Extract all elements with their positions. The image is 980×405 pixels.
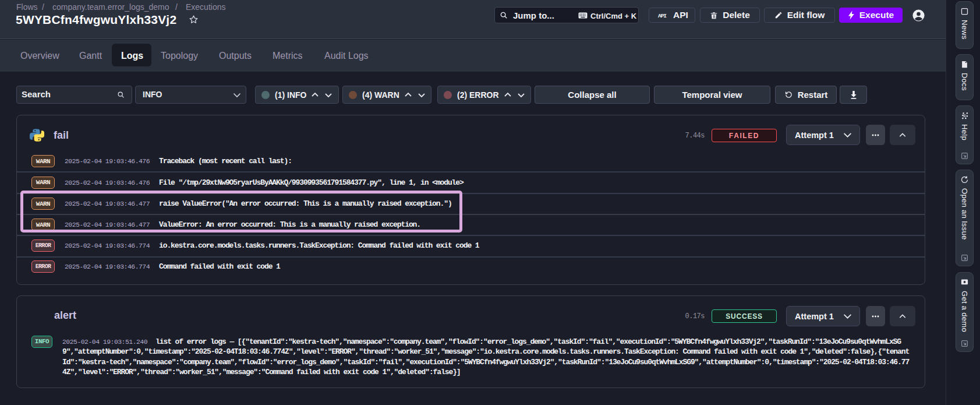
svg-text:API: API [658, 13, 666, 19]
